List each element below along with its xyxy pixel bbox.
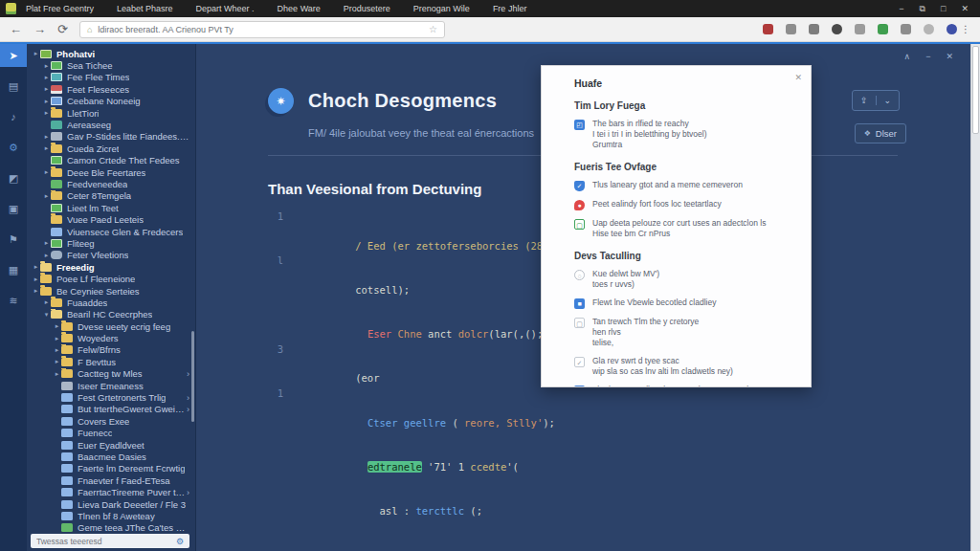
tree-expand-arrow-icon[interactable]: ▸ xyxy=(42,74,51,81)
window-control-button[interactable]: □ xyxy=(941,4,946,14)
tree-item[interactable]: Euer Eyadldveet xyxy=(27,439,195,451)
tree-scrollbar[interactable] xyxy=(191,331,194,422)
menubar-item[interactable]: Plat Free Geentry xyxy=(26,4,94,13)
tree-item[interactable]: ▸ Woyeders xyxy=(27,332,195,343)
activity-bar-icon[interactable]: ≋ xyxy=(0,289,27,312)
tree-expand-arrow-icon[interactable]: ▸ xyxy=(42,239,51,247)
activity-bar-icon[interactable]: ◩ xyxy=(0,166,27,189)
tree-expand-arrow-icon[interactable]: ▸ xyxy=(32,287,40,295)
tree-item[interactable]: Camon Crtede Thet Fedees xyxy=(27,155,195,166)
tree-item[interactable]: Tlnen bf 8 Aweteay xyxy=(27,510,195,521)
tree-expand-arrow-icon[interactable]: ▸ xyxy=(53,358,61,365)
tree-item[interactable]: Faerte lm Dereemt Fcrwtig xyxy=(27,463,195,474)
tree-expand-arrow-icon[interactable]: ▸ xyxy=(32,263,40,271)
tree-item[interactable]: Fnaevter f Faed-ETesa xyxy=(27,474,195,486)
tree-item[interactable]: Fest Grtetronerts Trlig › xyxy=(27,391,195,403)
activity-bar-icon[interactable]: ▦ xyxy=(0,258,27,281)
activity-bar-icon[interactable]: ♪ xyxy=(0,105,27,128)
menubar-item[interactable]: Fre Jhler xyxy=(493,4,527,13)
menubar-item[interactable]: Dhee Ware xyxy=(278,4,321,13)
refresh-button[interactable]: ⟳ xyxy=(57,23,68,35)
browser-menu-icon[interactable]: ⋮ xyxy=(961,24,970,34)
activity-bar-icon[interactable]: ▣ xyxy=(0,197,27,220)
tree-expand-arrow-icon[interactable]: ▸ xyxy=(42,62,51,70)
tree-item[interactable]: ▸ Fuaaddes xyxy=(27,297,195,308)
popup-list-item[interactable]: ● Peet ealindy fort foos loc teetartlacy xyxy=(574,199,797,210)
tree-item[interactable]: ▸ Cactteg tw Mles › xyxy=(27,368,195,380)
tree-expand-arrow-icon[interactable]: ▸ xyxy=(53,335,61,342)
activity-bar-icon[interactable]: ⚑ xyxy=(0,228,27,251)
forward-button[interactable]: → xyxy=(33,23,46,35)
panel-control-icon[interactable]: ∧ xyxy=(904,52,911,61)
tree-expand-arrow-icon[interactable]: ▸ xyxy=(32,50,40,57)
content-scrollbar[interactable] xyxy=(970,44,980,551)
tree-item[interactable]: ▸ Dvese ueety ecrig feeg xyxy=(27,320,195,332)
tree-expand-arrow-icon[interactable]: ▸ xyxy=(53,346,61,354)
popup-list-item[interactable]: ✓ Gla rev swrt d tyee scacwip sla so cas… xyxy=(574,356,797,377)
tree-expand-arrow-icon[interactable]: ▸ xyxy=(42,133,51,141)
popup-list-item[interactable]: ✓ Tlus laneary gtot and a meme cemeveron xyxy=(574,180,797,191)
tree-item[interactable]: Fuenecc xyxy=(27,428,195,439)
tree-item[interactable]: ▸ Poee Lf Fleeneione xyxy=(27,273,195,284)
popup-list-item[interactable]: ■ Flewt lne Vbewle becotled cladliey xyxy=(574,298,797,309)
tree-item[interactable]: ▸ Deee Ble Feertares xyxy=(27,166,195,178)
share-icon[interactable]: ⇪ xyxy=(853,96,876,105)
tree-item[interactable]: ▸ Ceebane Noneeig xyxy=(27,96,195,107)
menubar-item[interactable]: Prenogan Wile xyxy=(413,4,470,13)
popup-close-icon[interactable]: ✕ xyxy=(794,73,802,82)
tree-item[interactable]: Lieet lm Teet xyxy=(27,202,195,213)
tree-item[interactable]: Lieva Dark Deeetler / Fle 3 xyxy=(27,498,195,510)
activity-bar-icon[interactable]: ➤ xyxy=(0,44,27,67)
tree-expand-arrow-icon[interactable]: ▸ xyxy=(42,298,51,306)
back-button[interactable]: ← xyxy=(10,23,22,35)
activity-bar-icon[interactable]: ▤ xyxy=(0,75,27,98)
window-control-button[interactable]: ⧉ xyxy=(920,4,925,14)
tree-item[interactable]: ▾ Bearil HC Ceecrphes xyxy=(27,309,195,320)
tree-expand-arrow-icon[interactable]: ▸ xyxy=(42,109,51,117)
tree-item[interactable]: ▸ Cueda Zicret xyxy=(27,143,195,154)
tree-expand-arrow-icon[interactable]: ▸ xyxy=(42,144,51,152)
popup-list-item[interactable]: ◰ The bars in rlfied te reachyI tei i tr… xyxy=(574,119,797,150)
popup-list-item[interactable]: ○ Kue delwt bw MV')toes r uvvs) xyxy=(574,269,797,290)
chevron-down-icon[interactable]: ⌄ xyxy=(876,96,900,105)
popup-list-item[interactable]: ▢ Tan trewch Tlm the y cretoryehen rlvst… xyxy=(574,317,797,348)
tree-expand-arrow-icon[interactable]: ▾ xyxy=(42,311,51,319)
activity-bar-icon[interactable]: ⚙ xyxy=(0,136,27,159)
url-text[interactable]: ldiraoc breeradt. AA Crienou PVt Ty xyxy=(98,25,429,34)
tree-item[interactable]: ▸ Freeedig xyxy=(27,261,195,273)
tree-item[interactable]: ▸ Sea Tichee xyxy=(27,59,195,71)
tree-item[interactable]: ▸ LletTiori xyxy=(27,107,195,119)
tree-expand-arrow-icon[interactable]: ▸ xyxy=(42,168,51,176)
panel-control-icon[interactable]: − xyxy=(925,52,930,61)
window-control-button[interactable]: ✕ xyxy=(961,4,969,14)
menubar-item[interactable]: Depart Wheer . xyxy=(196,4,255,13)
tree-item[interactable]: ▸ Be Ceyniee Serteies xyxy=(27,285,195,297)
tree-item[interactable]: ▸ Ceter 8Temgela xyxy=(27,190,195,202)
tree-item[interactable]: Feedveneedea xyxy=(27,178,195,189)
tree-expand-arrow-icon[interactable]: ▸ xyxy=(42,252,51,259)
tree-item[interactable]: ▸ Feter Vfeetions xyxy=(27,250,195,261)
menubar-item[interactable]: Leabet Phasre xyxy=(117,4,173,13)
tree-item[interactable]: ▸ Fliteeg xyxy=(27,237,195,249)
bookmark-star-icon[interactable]: ☆ xyxy=(429,24,437,34)
tree-item[interactable]: FaerrtacTireeme Puver toly › xyxy=(27,486,195,497)
tree-item[interactable]: Aereaseeg xyxy=(27,119,195,130)
closer-button[interactable]: ❖ Dlser xyxy=(855,123,906,143)
popup-list-item[interactable]: ▢ Uap deeta pelouze cor curt uses an ade… xyxy=(574,218,797,239)
popup-list-item[interactable]: ✓ Fbn lsete cortell, aob'te Cere ln srv … xyxy=(574,385,797,387)
tree-item[interactable]: But trtertheGweret Gweines › xyxy=(27,404,195,415)
tree-item[interactable]: ▸ Feet Fleseeces xyxy=(27,83,195,95)
tree-item[interactable]: Baacmee Dasies xyxy=(27,451,195,462)
tree-item[interactable]: ▸ F Bevttus xyxy=(27,356,195,367)
tree-item[interactable]: ▸ Gav P-Stides litte Fiandees.tns xyxy=(27,131,195,143)
tree-item[interactable]: Viuensece Glen & Fredecers xyxy=(27,226,195,237)
tree-expand-arrow-icon[interactable]: ▸ xyxy=(42,85,51,93)
share-split-button[interactable]: ⇪ ⌄ xyxy=(852,90,900,111)
address-bar[interactable]: ⌂ ldiraoc breeradt. AA Crienou PVt Ty ☆ xyxy=(79,21,445,38)
tree-expand-arrow-icon[interactable]: ▸ xyxy=(53,322,61,330)
tree-expand-arrow-icon[interactable]: ▸ xyxy=(42,192,51,200)
tree-item[interactable]: ▸ Felw/Bfrns xyxy=(27,344,195,356)
tree-expand-arrow-icon[interactable]: ▸ xyxy=(53,370,61,378)
tree-expand-arrow-icon[interactable]: ▸ xyxy=(32,276,40,283)
panel-control-icon[interactable]: ✕ xyxy=(946,52,953,61)
